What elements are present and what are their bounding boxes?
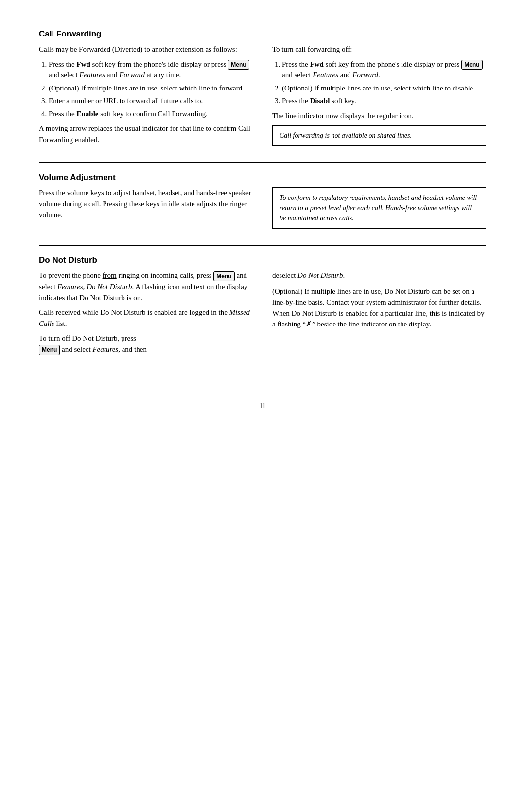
cf-turnoff-steps: Press the Fwd soft key from the phone's … bbox=[282, 59, 486, 107]
menu-button-dnd1: Menu bbox=[213, 271, 234, 282]
cf-step-2: (Optional) If multiple lines are in use,… bbox=[49, 83, 253, 94]
cf-note-text: Call forwarding is not available on shar… bbox=[280, 132, 412, 139]
cf-step-1: Press the Fwd soft key from the phone's … bbox=[49, 59, 253, 81]
do-not-disturb-section: Do Not Disturb To prevent the phone from… bbox=[39, 255, 486, 359]
cf-steps-list: Press the Fwd soft key from the phone's … bbox=[49, 59, 253, 120]
call-forwarding-left: Calls may be Forwarded (Diverted) to ano… bbox=[39, 44, 253, 151]
cf-step-4: Press the Enable soft key to confirm Cal… bbox=[49, 108, 253, 120]
page-footer: 11 bbox=[214, 398, 311, 410]
dnd-para2: Calls received while Do Not Disturb is e… bbox=[39, 307, 253, 329]
dnd-right-para2: (Optional) If multiple lines are in use,… bbox=[272, 286, 486, 330]
cf-right-closing: The line indicator now displays the regu… bbox=[272, 110, 486, 122]
menu-button-dnd2: Menu bbox=[39, 345, 60, 355]
cf-turnoff-label: To turn call forwarding off: bbox=[272, 44, 486, 55]
cf-closing: A moving arrow replaces the usual indica… bbox=[39, 123, 253, 145]
dnd-right-para1: deselect Do Not Disturb. bbox=[272, 270, 486, 281]
volume-adjustment-section: Volume Adjustment Press the volume keys … bbox=[39, 173, 486, 234]
call-forwarding-right: To turn call forwarding off: Press the F… bbox=[272, 44, 486, 151]
dnd-left: To prevent the phone from ringing on inc… bbox=[39, 270, 253, 359]
volume-adjustment-heading: Volume Adjustment bbox=[39, 173, 486, 182]
dnd-right: deselect Do Not Disturb. (Optional) If m… bbox=[272, 270, 486, 359]
call-forwarding-columns: Calls may be Forwarded (Diverted) to ano… bbox=[39, 44, 486, 151]
cf-off-step-2: (Optional) If multiple lines are in use,… bbox=[282, 83, 486, 94]
menu-button-cf2: Menu bbox=[461, 60, 482, 70]
dnd-columns: To prevent the phone from ringing on inc… bbox=[39, 270, 486, 359]
cf-off-step-1: Press the Fwd soft key from the phone's … bbox=[282, 59, 486, 81]
do-not-disturb-heading: Do Not Disturb bbox=[39, 255, 486, 265]
volume-note-box: To conform to regulatory requirements, h… bbox=[272, 187, 486, 229]
volume-note-text: To conform to regulatory requirements, h… bbox=[280, 194, 477, 222]
cf-note-box: Call forwarding is not available on shar… bbox=[272, 125, 486, 146]
volume-text: Press the volume keys to adjust handset,… bbox=[39, 187, 253, 220]
divider-2 bbox=[39, 245, 486, 246]
call-forwarding-section: Call Forwarding Calls may be Forwarded (… bbox=[39, 29, 486, 151]
volume-left: Press the volume keys to adjust handset,… bbox=[39, 187, 253, 234]
cf-step-3: Enter a number or URL to forward all fut… bbox=[49, 95, 253, 107]
cf-intro: Calls may be Forwarded (Diverted) to ano… bbox=[39, 44, 253, 55]
dnd-para1: To prevent the phone from ringing on inc… bbox=[39, 270, 253, 303]
page-content: Call Forwarding Calls may be Forwarded (… bbox=[39, 29, 486, 410]
page-number: 11 bbox=[259, 402, 265, 410]
menu-button-cf1: Menu bbox=[228, 60, 249, 70]
divider-1 bbox=[39, 162, 486, 163]
volume-right: To conform to regulatory requirements, h… bbox=[272, 187, 486, 234]
cf-off-step-3: Press the Disabl soft key. bbox=[282, 95, 486, 107]
dnd-para3: To turn off Do Not Disturb, press Menu a… bbox=[39, 333, 253, 355]
volume-adjustment-columns: Press the volume keys to adjust handset,… bbox=[39, 187, 486, 234]
call-forwarding-heading: Call Forwarding bbox=[39, 29, 486, 39]
